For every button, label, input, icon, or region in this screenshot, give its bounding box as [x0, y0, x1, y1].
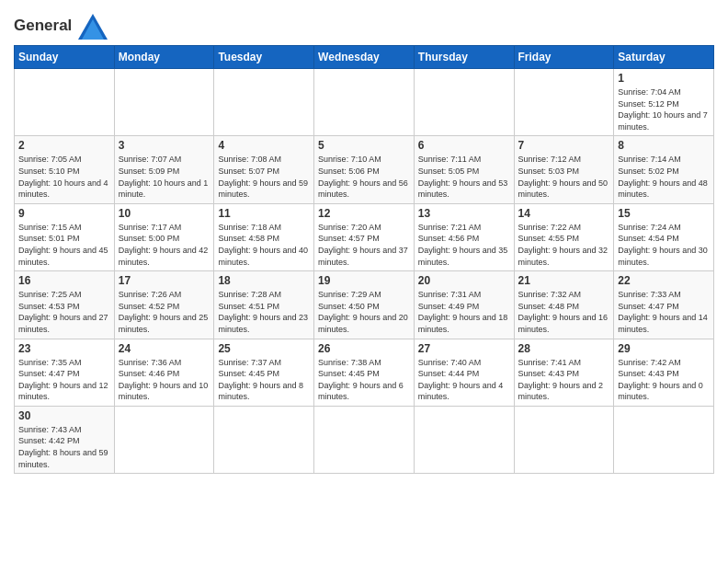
calendar-cell: 11Sunrise: 7:18 AM Sunset: 4:58 PM Dayli…	[214, 203, 314, 270]
day-number: 22	[618, 274, 710, 287]
calendar-week-4: 16Sunrise: 7:25 AM Sunset: 4:53 PM Dayli…	[15, 271, 714, 339]
calendar-cell: 27Sunrise: 7:40 AM Sunset: 4:44 PM Dayli…	[414, 339, 514, 406]
day-number: 21	[518, 274, 610, 287]
calendar-cell: 16Sunrise: 7:25 AM Sunset: 4:53 PM Dayli…	[15, 271, 115, 339]
calendar-cell: 21Sunrise: 7:32 AM Sunset: 4:48 PM Dayli…	[514, 271, 614, 339]
weekday-tuesday: Tuesday	[214, 46, 314, 69]
day-number: 7	[518, 139, 610, 152]
day-info: Sunrise: 7:28 AM Sunset: 4:51 PM Dayligh…	[218, 289, 310, 335]
calendar-cell: 22Sunrise: 7:33 AM Sunset: 4:47 PM Dayli…	[614, 271, 714, 339]
calendar-cell	[214, 69, 314, 136]
day-info: Sunrise: 7:10 AM Sunset: 5:06 PM Dayligh…	[318, 154, 410, 200]
day-info: Sunrise: 7:18 AM Sunset: 4:58 PM Dayligh…	[218, 222, 310, 268]
day-info: Sunrise: 7:04 AM Sunset: 5:12 PM Dayligh…	[618, 86, 710, 132]
day-number: 30	[18, 409, 110, 422]
day-info: Sunrise: 7:15 AM Sunset: 5:01 PM Dayligh…	[18, 222, 110, 268]
day-info: Sunrise: 7:31 AM Sunset: 4:49 PM Dayligh…	[418, 289, 510, 335]
day-info: Sunrise: 7:41 AM Sunset: 4:43 PM Dayligh…	[518, 357, 610, 403]
calendar-cell	[114, 69, 214, 136]
day-info: Sunrise: 7:24 AM Sunset: 4:54 PM Dayligh…	[618, 222, 710, 268]
calendar-cell	[15, 69, 115, 136]
calendar-cell: 17Sunrise: 7:26 AM Sunset: 4:52 PM Dayli…	[114, 271, 214, 339]
day-info: Sunrise: 7:25 AM Sunset: 4:53 PM Dayligh…	[18, 289, 110, 335]
day-number: 5	[318, 139, 410, 152]
day-number: 23	[18, 342, 110, 355]
day-info: Sunrise: 7:42 AM Sunset: 4:43 PM Dayligh…	[618, 357, 710, 403]
day-info: Sunrise: 7:36 AM Sunset: 4:46 PM Dayligh…	[119, 357, 210, 403]
page-header: General	[14, 9, 714, 38]
calendar-cell: 9Sunrise: 7:15 AM Sunset: 5:01 PM Daylig…	[15, 203, 115, 270]
calendar-cell	[414, 406, 514, 473]
weekday-monday: Monday	[114, 46, 214, 69]
day-number: 24	[119, 342, 210, 355]
day-info: Sunrise: 7:11 AM Sunset: 5:05 PM Dayligh…	[418, 154, 510, 200]
day-info: Sunrise: 7:38 AM Sunset: 4:45 PM Dayligh…	[318, 357, 410, 403]
day-info: Sunrise: 7:40 AM Sunset: 4:44 PM Dayligh…	[418, 357, 510, 403]
logo-icon	[78, 14, 108, 40]
calendar-cell: 3Sunrise: 7:07 AM Sunset: 5:09 PM Daylig…	[114, 136, 214, 203]
day-info: Sunrise: 7:37 AM Sunset: 4:45 PM Dayligh…	[218, 357, 310, 403]
calendar-cell: 14Sunrise: 7:22 AM Sunset: 4:55 PM Dayli…	[514, 203, 614, 270]
calendar-week-3: 9Sunrise: 7:15 AM Sunset: 5:01 PM Daylig…	[15, 203, 714, 270]
calendar-cell: 10Sunrise: 7:17 AM Sunset: 5:00 PM Dayli…	[114, 203, 214, 270]
day-number: 1	[618, 72, 710, 85]
day-number: 12	[318, 207, 410, 220]
day-number: 26	[318, 342, 410, 355]
calendar-cell: 23Sunrise: 7:35 AM Sunset: 4:47 PM Dayli…	[15, 339, 115, 406]
day-info: Sunrise: 7:07 AM Sunset: 5:09 PM Dayligh…	[119, 154, 210, 200]
weekday-saturday: Saturday	[614, 46, 714, 69]
day-info: Sunrise: 7:43 AM Sunset: 4:42 PM Dayligh…	[18, 424, 110, 470]
day-number: 6	[418, 139, 510, 152]
calendar-cell	[414, 69, 514, 136]
day-number: 15	[618, 207, 710, 220]
day-info: Sunrise: 7:20 AM Sunset: 4:57 PM Dayligh…	[318, 222, 410, 268]
day-number: 10	[119, 207, 210, 220]
calendar-week-2: 2Sunrise: 7:05 AM Sunset: 5:10 PM Daylig…	[15, 136, 714, 203]
calendar-cell: 12Sunrise: 7:20 AM Sunset: 4:57 PM Dayli…	[314, 203, 415, 270]
day-number: 14	[518, 207, 610, 220]
day-number: 2	[18, 139, 110, 152]
day-info: Sunrise: 7:21 AM Sunset: 4:56 PM Dayligh…	[418, 222, 510, 268]
day-number: 16	[18, 274, 110, 287]
calendar-week-6: 30Sunrise: 7:43 AM Sunset: 4:42 PM Dayli…	[15, 406, 714, 473]
calendar-cell: 20Sunrise: 7:31 AM Sunset: 4:49 PM Dayli…	[414, 271, 514, 339]
day-number: 8	[618, 139, 710, 152]
day-info: Sunrise: 7:14 AM Sunset: 5:02 PM Dayligh…	[618, 154, 710, 200]
day-info: Sunrise: 7:08 AM Sunset: 5:07 PM Dayligh…	[218, 154, 310, 200]
calendar-cell: 19Sunrise: 7:29 AM Sunset: 4:50 PM Dayli…	[314, 271, 415, 339]
day-info: Sunrise: 7:22 AM Sunset: 4:55 PM Dayligh…	[518, 222, 610, 268]
calendar-cell	[614, 406, 714, 473]
calendar-table: SundayMondayTuesdayWednesdayThursdayFrid…	[14, 45, 714, 474]
calendar-week-1: 1Sunrise: 7:04 AM Sunset: 5:12 PM Daylig…	[15, 69, 714, 136]
weekday-header-row: SundayMondayTuesdayWednesdayThursdayFrid…	[15, 46, 714, 69]
day-number: 4	[218, 139, 310, 152]
logo-general: General	[14, 17, 72, 34]
day-info: Sunrise: 7:26 AM Sunset: 4:52 PM Dayligh…	[119, 289, 210, 335]
day-info: Sunrise: 7:35 AM Sunset: 4:47 PM Dayligh…	[18, 357, 110, 403]
day-info: Sunrise: 7:05 AM Sunset: 5:10 PM Dayligh…	[18, 154, 110, 200]
calendar-cell: 26Sunrise: 7:38 AM Sunset: 4:45 PM Dayli…	[314, 339, 415, 406]
day-number: 27	[418, 342, 510, 355]
weekday-sunday: Sunday	[15, 46, 115, 69]
calendar-cell: 4Sunrise: 7:08 AM Sunset: 5:07 PM Daylig…	[214, 136, 314, 203]
calendar-cell: 25Sunrise: 7:37 AM Sunset: 4:45 PM Dayli…	[214, 339, 314, 406]
day-info: Sunrise: 7:17 AM Sunset: 5:00 PM Dayligh…	[119, 222, 210, 268]
day-info: Sunrise: 7:32 AM Sunset: 4:48 PM Dayligh…	[518, 289, 610, 335]
day-info: Sunrise: 7:33 AM Sunset: 4:47 PM Dayligh…	[618, 289, 710, 335]
calendar-cell: 7Sunrise: 7:12 AM Sunset: 5:03 PM Daylig…	[514, 136, 614, 203]
day-number: 3	[119, 139, 210, 152]
calendar-cell	[514, 69, 614, 136]
calendar-cell: 5Sunrise: 7:10 AM Sunset: 5:06 PM Daylig…	[314, 136, 415, 203]
day-number: 28	[518, 342, 610, 355]
calendar-cell: 30Sunrise: 7:43 AM Sunset: 4:42 PM Dayli…	[15, 406, 115, 473]
calendar-cell: 15Sunrise: 7:24 AM Sunset: 4:54 PM Dayli…	[614, 203, 714, 270]
calendar-cell: 2Sunrise: 7:05 AM Sunset: 5:10 PM Daylig…	[15, 136, 115, 203]
weekday-wednesday: Wednesday	[314, 46, 415, 69]
logo: General	[14, 14, 108, 38]
calendar-cell: 6Sunrise: 7:11 AM Sunset: 5:05 PM Daylig…	[414, 136, 514, 203]
day-number: 25	[218, 342, 310, 355]
calendar-cell: 13Sunrise: 7:21 AM Sunset: 4:56 PM Dayli…	[414, 203, 514, 270]
day-number: 18	[218, 274, 310, 287]
calendar-cell	[314, 69, 415, 136]
day-number: 9	[18, 207, 110, 220]
